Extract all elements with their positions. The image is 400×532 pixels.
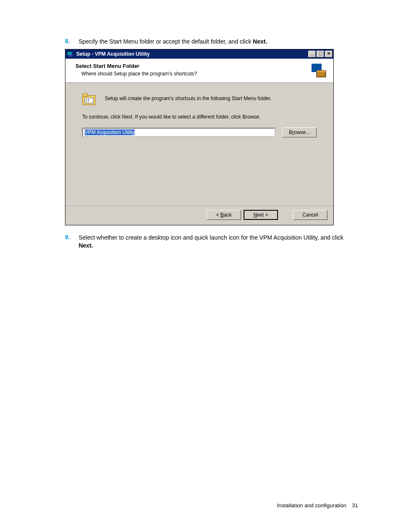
folder-icon (82, 93, 97, 106)
step-number: 9. (65, 234, 77, 240)
close-button[interactable]: ✕ (325, 51, 332, 57)
titlebar-text: Setup - VPM Acquisition Utility (76, 51, 308, 57)
info-text: Setup will create the program's shortcut… (105, 93, 271, 101)
svg-rect-4 (317, 70, 326, 72)
browse-button[interactable]: Browse... (282, 127, 317, 137)
path-row: VPM Acquisition Utility Browse... (82, 127, 317, 137)
step-text: Specify the Start Menu folder or accept … (78, 38, 347, 46)
svg-point-10 (86, 101, 87, 102)
wizard-icon (311, 63, 327, 80)
step-8: 8. Specify the Start Menu folder or acce… (65, 38, 358, 46)
svg-rect-7 (85, 98, 93, 103)
wizard-footer: < Back Next > Cancel (65, 204, 333, 225)
step-text: Select whether to create a desktop icon … (78, 234, 347, 250)
continue-text: To continue, click Next. If you would li… (82, 114, 317, 120)
maximize-button: ▢ (317, 51, 324, 57)
app-icon (67, 51, 74, 57)
wizard-subtitle: Where should Setup place the program's s… (81, 71, 328, 77)
info-row: Setup will create the program's shortcut… (82, 93, 317, 106)
wizard-body: Setup will create the program's shortcut… (65, 83, 333, 204)
wizard-title: Select Start Menu Folder (75, 63, 328, 69)
cancel-button[interactable]: Cancel (293, 210, 327, 220)
svg-point-8 (86, 99, 87, 100)
svg-rect-1 (69, 54, 73, 57)
minimize-button[interactable]: _ (308, 51, 316, 57)
svg-point-9 (88, 99, 89, 100)
folder-path-input[interactable]: VPM Acquisition Utility (82, 128, 275, 137)
svg-rect-6 (83, 94, 88, 96)
section-name: Installation and configuration (277, 502, 346, 509)
page-number: 31 (352, 502, 358, 509)
page-footer: Installation and configuration 31 (277, 502, 358, 509)
step-number: 8. (65, 38, 77, 44)
setup-dialog: Setup - VPM Acquisition Utility _ ▢ ✕ Se… (65, 49, 334, 225)
svg-point-11 (88, 101, 89, 102)
window-controls: _ ▢ ✕ (308, 50, 333, 58)
back-button[interactable]: < Back (207, 210, 241, 220)
wizard-header: Select Start Menu Folder Where should Se… (65, 59, 333, 83)
next-button[interactable]: Next > (244, 210, 278, 220)
step-9: 9. Select whether to create a desktop ic… (65, 234, 358, 250)
titlebar: Setup - VPM Acquisition Utility _ ▢ ✕ (65, 49, 333, 59)
